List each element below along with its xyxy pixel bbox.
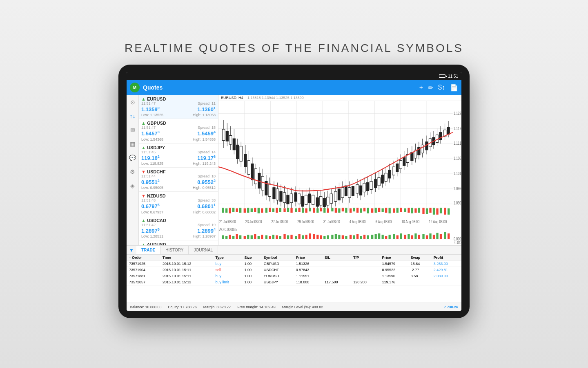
svg-rect-157 <box>254 208 256 212</box>
table-row[interactable]: 73571925 2015.10.01 15:12 buy 1.00 GBPUS… <box>127 261 461 267</box>
svg-rect-185 <box>356 208 359 213</box>
battery-icon <box>439 74 445 79</box>
svg-rect-45 <box>261 176 264 190</box>
svg-rect-63 <box>294 193 297 201</box>
chart-header: EURUSD, H4 1.13818 1.13944 1.13525 1.135… <box>218 95 461 101</box>
svg-rect-279 <box>429 233 431 239</box>
quote-item[interactable]: ▲ AUDUSD 11:51:48 Spread: 20 0.72761 0.7… <box>139 240 218 245</box>
app-logo: M <box>130 83 140 92</box>
chart-ohlc: 1.13818 1.13944 1.13525 1.13590 <box>247 96 304 100</box>
svg-rect-133 <box>421 145 423 153</box>
svg-rect-254 <box>338 235 340 239</box>
tab-journal[interactable]: JOURNAL <box>189 246 218 254</box>
svg-rect-270 <box>396 235 399 239</box>
time-display: 11:51 <box>448 74 458 79</box>
svg-rect-183 <box>350 208 352 213</box>
svg-text:1.10125: 1.10125 <box>454 171 461 176</box>
status-bar-bottom: Balance: 10 000.00 Equity: 17 738.26 Mar… <box>127 303 461 311</box>
quote-item[interactable]: ▲ USDCAD 11:51:42 Spread: 19 1.28975 1.2… <box>139 216 218 240</box>
svg-rect-164 <box>279 208 281 212</box>
quote-item[interactable]: ▲ GBPUSD 11:51:47 Spread: 15 1.54573 1.5… <box>139 119 218 143</box>
svg-rect-79 <box>323 198 325 207</box>
svg-rect-265 <box>378 233 380 239</box>
svg-rect-159 <box>261 208 263 213</box>
svg-rect-158 <box>258 208 260 213</box>
table-row[interactable]: 73571881 2015.10.01 15:11 buy 1.00 EURUS… <box>127 273 461 279</box>
svg-rect-278 <box>426 235 428 239</box>
svg-rect-239 <box>283 234 285 239</box>
quote-item[interactable]: ▲ USDJPY 11:51:45 Spread: 14 119.162 119… <box>139 144 218 168</box>
svg-rect-65 <box>298 194 300 204</box>
svg-rect-109 <box>378 177 380 186</box>
chart-canvas[interactable]: 1.12225 1.11700 1.11175 1.10650 1.10125 … <box>218 101 461 245</box>
quote-item[interactable]: ▼ USDCHF 11:51:44 Spread: 10 0.95512 0.9… <box>139 168 218 192</box>
edit-icon[interactable]: ✏ <box>428 84 433 92</box>
svg-rect-173 <box>313 208 315 213</box>
col-tp: T/P <box>351 255 379 261</box>
sidebar-icon-chart[interactable]: ↑↓ <box>129 112 137 120</box>
svg-rect-230 <box>251 235 253 239</box>
svg-rect-267 <box>385 236 387 239</box>
document-icon[interactable]: 📄 <box>450 84 458 92</box>
pending-order-row[interactable]: 73572057 2015.10.01 15:12 buy limit 1.00… <box>127 279 461 285</box>
svg-rect-226 <box>236 234 238 239</box>
quote-item[interactable]: ▼ NZDUSD 11:51:48 Spread: 33 0.67975 0.6… <box>139 192 218 216</box>
svg-rect-127 <box>411 153 413 161</box>
svg-rect-233 <box>261 235 263 239</box>
svg-rect-281 <box>436 233 438 239</box>
svg-rect-186 <box>360 208 362 213</box>
svg-rect-260 <box>360 236 362 239</box>
app-header: M Quotes + ✏ $↕ 📄 <box>127 80 461 95</box>
svg-text:23 Jul 08:00: 23 Jul 08:00 <box>245 220 262 224</box>
sidebar-icon-settings[interactable]: ⚙ <box>129 168 137 176</box>
col-profit: Profit <box>431 255 461 261</box>
svg-rect-91 <box>345 186 347 196</box>
svg-text:21 Jul 08:00: 21 Jul 08:00 <box>219 220 236 224</box>
table-header-row: ↑ Order Time Type Size Symbol Price S/L … <box>127 255 461 261</box>
svg-rect-225 <box>232 236 234 239</box>
free-margin-label: Free margin: 14 109.49 <box>237 305 276 309</box>
svg-rect-206 <box>433 208 435 215</box>
sidebar-icon-quotes[interactable]: ⊙ <box>129 98 137 106</box>
bottom-section: ▼ TRADE HISTORY JOURNAL ↑ Order T <box>127 245 461 311</box>
svg-rect-172 <box>309 208 311 211</box>
quotes-panel: ▲ EURUSD 11:51:47 Spread: 11 1.13590 1.1… <box>139 95 218 245</box>
quote-item[interactable]: ▲ EURUSD 11:51:47 Spread: 11 1.13590 1.1… <box>139 95 218 119</box>
svg-text:12 Aug 08:00: 12 Aug 08:00 <box>429 220 447 224</box>
sidebar-icon-mail[interactable]: ✉ <box>129 126 137 134</box>
svg-rect-123 <box>403 157 405 166</box>
sidebar-icon-account[interactable]: ◈ <box>129 182 137 190</box>
svg-rect-194 <box>389 208 391 213</box>
tab-trade[interactable]: TRADE <box>136 246 160 254</box>
svg-rect-200 <box>411 208 413 213</box>
sidebar-icon-chat[interactable]: 💬 <box>129 154 137 162</box>
tab-history[interactable]: HISTORY <box>160 246 189 254</box>
sidebar-icon-news[interactable]: ▦ <box>129 140 137 148</box>
svg-rect-224 <box>229 235 231 239</box>
svg-rect-236 <box>272 235 274 239</box>
svg-rect-57 <box>283 193 285 203</box>
svg-rect-175 <box>320 208 322 211</box>
col-order: ↑ Order <box>127 255 160 261</box>
svg-rect-261 <box>363 235 365 239</box>
svg-rect-269 <box>393 234 395 239</box>
svg-rect-250 <box>323 236 325 239</box>
svg-rect-113 <box>385 173 387 182</box>
svg-rect-255 <box>342 235 344 239</box>
candlestick-chart: 1.12225 1.11700 1.11175 1.10650 1.10125 … <box>218 101 461 245</box>
svg-text:31 Jul 08:00: 31 Jul 08:00 <box>323 220 340 224</box>
svg-rect-119 <box>396 164 399 172</box>
svg-rect-228 <box>244 236 246 239</box>
add-icon[interactable]: + <box>419 84 423 92</box>
svg-rect-121 <box>399 161 402 169</box>
col-size: Size <box>242 255 261 261</box>
svg-rect-187 <box>363 208 365 211</box>
svg-rect-252 <box>331 235 333 239</box>
tab-arrow[interactable]: ▼ <box>127 247 136 253</box>
currency-icon[interactable]: $↕ <box>438 84 445 92</box>
status-bar: 11:51 <box>127 72 461 80</box>
svg-rect-257 <box>350 235 352 239</box>
svg-rect-152 <box>236 208 238 212</box>
table-row[interactable]: 73571904 2015.10.01 15:11 sell 1.00 USDC… <box>127 267 461 273</box>
svg-rect-247 <box>313 234 315 239</box>
